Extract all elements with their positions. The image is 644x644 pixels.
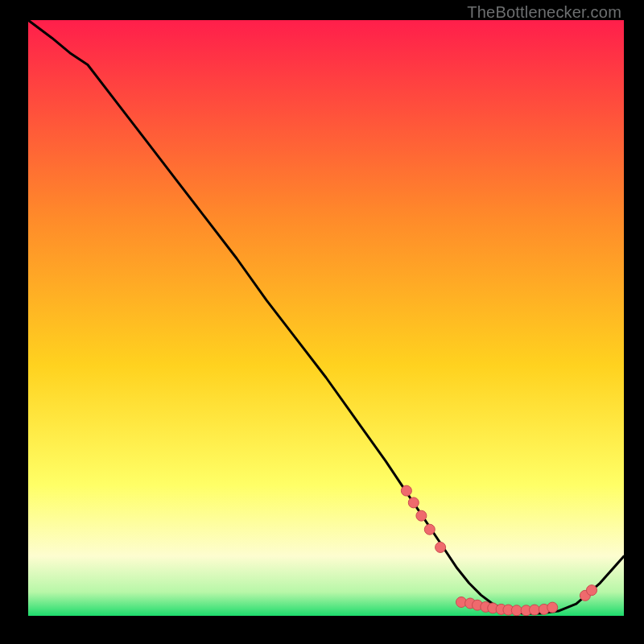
attribution-text: TheBottlenecker.com: [467, 3, 621, 22]
data-dot: [511, 605, 522, 616]
data-dot: [530, 605, 540, 615]
data-dot: [424, 524, 435, 535]
data-dot: [408, 497, 419, 508]
data-dot: [401, 485, 411, 496]
data-dot: [436, 542, 446, 552]
chart-svg: [28, 20, 624, 616]
chart-frame: TheBottlenecker.com: [0, 0, 644, 644]
plot-area: [28, 20, 624, 616]
data-dot: [587, 585, 597, 596]
gradient-background: [28, 20, 624, 616]
data-dot: [547, 602, 558, 613]
data-dot: [416, 510, 427, 521]
